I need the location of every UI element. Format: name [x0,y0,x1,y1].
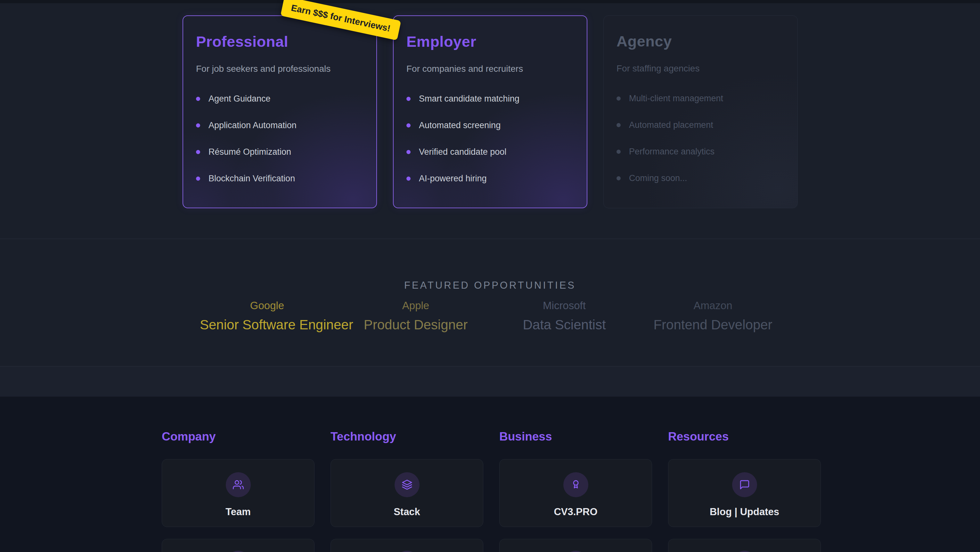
feature-label: Automated screening [419,120,501,131]
feature-label: Smart candidate matching [419,94,519,104]
footer-link-card-cv3pro[interactable]: CV3.PRO [499,459,652,527]
pricing-cards-row: Professional For job seekers and profess… [183,15,798,208]
feature-item: Agent Guidance [196,94,363,104]
footer-link-card-partial[interactable] [331,539,483,552]
plan-subtitle: For job seekers and professionals [196,64,363,74]
landing-page: Professional For job seekers and profess… [0,0,980,552]
job-title: Frontend Developer [646,317,780,333]
bullet-dot-icon [617,123,620,127]
footer-column-heading: Resources [668,430,729,444]
feature-item: AI-powered hiring [406,174,574,183]
plan-card-professional[interactable]: Professional For job seekers and profess… [183,15,377,208]
bullet-dot-icon [196,150,200,154]
feature-label: Multi-client management [629,94,723,104]
job-company: Amazon [646,299,780,312]
feature-item: Automated placement [617,120,784,130]
plan-title: Professional [196,33,363,50]
plan-feature-list: Multi-client management Automated placem… [617,94,784,183]
plan-title: Employer [406,33,574,50]
job-company: Microsoft [497,299,632,312]
bullet-dot-icon [617,176,620,180]
feature-item: Coming soon... [617,173,784,183]
featured-job-apple[interactable]: Apple Product Designer [348,299,483,333]
layers-icon [395,472,420,497]
plan-card-agency: Agency For staffing agencies Multi-clien… [603,15,798,208]
bullet-dot-icon [406,97,410,101]
job-title: Data Scientist [497,317,632,333]
bullet-dot-icon [406,177,410,181]
feature-label: Verified candidate pool [419,147,506,157]
featured-job-amazon[interactable]: Amazon Frontend Developer [646,299,780,333]
feature-label: Application Automation [208,120,297,131]
plan-feature-list: Smart candidate matching Automated scree… [406,94,574,183]
message-icon [732,472,757,497]
job-title: Product Designer [348,317,483,333]
plan-subtitle: For companies and recruiters [406,64,574,74]
featured-job-microsoft[interactable]: Microsoft Data Scientist [497,299,632,333]
featured-jobs-carousel: Google Senior Software Engineer Apple Pr… [200,299,780,333]
footer-card-icon [563,551,588,552]
job-title: Senior Software Engineer [200,317,334,333]
footer-column-heading: Technology [331,430,396,444]
plan-subtitle: For staffing agencies [617,64,784,74]
feature-label: AI-powered hiring [419,174,487,183]
job-company: Google [200,299,334,312]
footer-column-heading: Company [162,430,216,444]
bullet-dot-icon [617,96,620,101]
bullet-dot-icon [617,150,620,154]
feature-label: Résumé Optimization [208,147,291,157]
footer-link-card-partial[interactable] [668,539,821,552]
footer-card-icon [732,551,757,552]
feature-item: Verified candidate pool [406,147,574,157]
section-divider [0,239,980,239]
spacer-band [0,367,980,397]
footer-link-card-blog[interactable]: Blog | Updates [668,459,821,527]
feature-item: Résumé Optimization [196,147,363,157]
feature-label: Blockchain Verification [208,174,295,183]
bullet-dot-icon [406,150,410,154]
feature-item: Blockchain Verification [196,174,363,183]
footer-card-label: Team [162,506,314,518]
footer-card-icon [226,551,251,552]
feature-item: Multi-client management [617,94,784,104]
feature-item: Application Automation [196,120,363,131]
feature-label: Coming soon... [629,173,687,183]
footer-link-card-team[interactable]: Team [162,459,315,527]
feature-item: Smart candidate matching [406,94,574,104]
feature-label: Agent Guidance [208,94,270,104]
footer: Company Team Technology Stack [0,397,980,552]
feature-item: Performance analytics [617,147,784,157]
job-company: Apple [348,299,483,312]
award-icon [563,472,588,497]
bullet-dot-icon [196,97,200,101]
feature-label: Automated placement [629,120,713,130]
footer-link-card-partial[interactable] [499,539,652,552]
footer-link-card-partial[interactable] [162,539,315,552]
featured-opportunities-heading: FEATURED OPPORTUNITIES [0,280,980,291]
featured-job-google[interactable]: Google Senior Software Engineer [200,299,334,333]
top-section-edge [0,0,980,3]
bullet-dot-icon [406,123,410,128]
footer-link-card-stack[interactable]: Stack [331,459,483,527]
plan-feature-list: Agent Guidance Application Automation Ré… [196,94,363,183]
footer-card-label: Stack [331,506,483,518]
footer-column-heading: Business [499,430,552,444]
bullet-dot-icon [196,177,200,181]
feature-item: Automated screening [406,120,574,131]
users-icon [226,472,251,497]
footer-card-label: CV3.PRO [500,506,652,518]
footer-card-icon [395,551,420,552]
footer-card-label: Blog | Updates [668,506,821,518]
plan-card-employer[interactable]: Employer For companies and recruiters Sm… [393,15,587,208]
plan-title: Agency [617,32,784,50]
bullet-dot-icon [196,123,200,128]
feature-label: Performance analytics [629,147,714,157]
